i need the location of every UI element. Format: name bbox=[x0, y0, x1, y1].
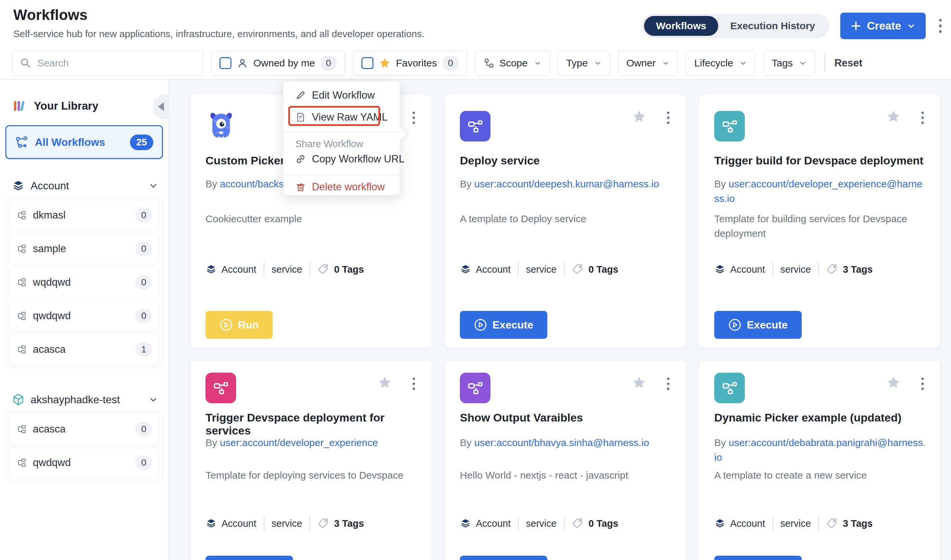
page-header: Workflows Self-service hub for new appli… bbox=[13, 7, 424, 40]
menu-item-copy-workflow-url[interactable]: Copy Workflow URL bbox=[295, 153, 390, 165]
divider bbox=[264, 262, 264, 277]
divider bbox=[310, 262, 310, 277]
tag-icon bbox=[826, 517, 838, 529]
owned-by-me-filter[interactable]: Owned by me 0 bbox=[211, 51, 345, 76]
page-kebab-menu-icon[interactable] bbox=[937, 16, 944, 35]
person-icon bbox=[237, 57, 248, 69]
sidebar-item-qwdqwd-2[interactable]: qwdqwd 0 bbox=[9, 448, 160, 478]
lifecycle-dropdown[interactable]: Lifecycle bbox=[686, 51, 755, 76]
favorite-star-icon[interactable] bbox=[886, 375, 901, 390]
sidebar-item-acasca[interactable]: acasca 1 bbox=[9, 334, 160, 365]
owner-dropdown[interactable]: Owner bbox=[618, 51, 678, 76]
workflows-page: Workflows Self-service hub for new appli… bbox=[0, 0, 951, 560]
scope-value: Account bbox=[476, 264, 511, 275]
card-kebab-menu-icon[interactable] bbox=[411, 109, 417, 126]
tag-icon bbox=[572, 263, 584, 275]
favorite-star-icon[interactable] bbox=[631, 375, 647, 390]
workflow-meta: Account service 0 Tags bbox=[205, 262, 416, 277]
tab-workflows[interactable]: Workflows bbox=[644, 16, 718, 36]
owner-link[interactable]: account/backs bbox=[220, 178, 284, 189]
tab-execution-history[interactable]: Execution History bbox=[718, 16, 827, 36]
item-count-badge: 0 bbox=[135, 275, 152, 290]
collapse-arrow-icon bbox=[158, 102, 164, 111]
owner-link[interactable]: user:account/bhavya.sinha@harness.io bbox=[474, 437, 649, 448]
create-button[interactable]: Create bbox=[840, 12, 926, 39]
card-action-button[interactable]: Run bbox=[205, 311, 273, 339]
owned-by-me-label: Owned by me bbox=[253, 57, 315, 69]
account-items-panel: dkmasl 0 sample 0 wqdqwd 0 qwdqwd 0 acas… bbox=[5, 197, 163, 368]
sidebar-item-label: acasca bbox=[33, 343, 65, 355]
library-icon bbox=[12, 98, 27, 114]
owner-link[interactable]: user:account/deepesh.kumar@harness.io bbox=[474, 178, 659, 189]
workflow-card[interactable]: Show Output Varaibles By user:account/bh… bbox=[444, 360, 686, 560]
menu-item-edit-workflow[interactable]: Edit Workflow bbox=[295, 89, 390, 101]
workflow-description: A template to create a new service bbox=[714, 468, 925, 483]
card-kebab-menu-icon[interactable] bbox=[411, 375, 417, 392]
workflow-title: Trigger Devspace deployment for services bbox=[205, 411, 416, 437]
workflow-nodes-icon bbox=[15, 135, 28, 149]
menu-item-view-raw-yaml[interactable]: View Raw YAML bbox=[295, 111, 390, 123]
card-action-button[interactable]: Execute bbox=[460, 311, 547, 339]
search-input[interactable] bbox=[37, 57, 196, 69]
workflow-description: A template to Deploy service bbox=[460, 212, 671, 226]
favorites-checkbox[interactable] bbox=[361, 57, 374, 69]
favorite-star-icon[interactable] bbox=[377, 375, 392, 390]
favorite-star-icon[interactable] bbox=[886, 109, 901, 124]
card-action-button[interactable]: Execute bbox=[714, 556, 802, 560]
workflow-meta: Account service 0 Tags bbox=[460, 516, 671, 531]
search-box[interactable] bbox=[12, 51, 203, 76]
scope-value: Account bbox=[221, 264, 256, 275]
scope-dropdown[interactable]: Scope bbox=[475, 51, 550, 76]
workflow-card[interactable]: Trigger Devspace deployment for services… bbox=[190, 360, 432, 560]
sidebar-item-label: sample bbox=[33, 243, 66, 255]
favorite-star-icon[interactable] bbox=[631, 109, 647, 124]
sidebar-collapse-button[interactable] bbox=[154, 94, 168, 119]
sidebar-group-akshayphadke-test[interactable]: akshayphadke-test bbox=[12, 393, 158, 406]
cube-icon bbox=[12, 393, 25, 406]
sidebar-item-all-workflows[interactable]: All Workflows 25 bbox=[5, 125, 163, 159]
workflow-card[interactable]: Trigger build for Devspace deployment By… bbox=[699, 94, 941, 348]
sidebar-item-sample[interactable]: sample 0 bbox=[9, 234, 160, 264]
workflow-card[interactable]: Deploy service By user:account/deepesh.k… bbox=[444, 94, 686, 348]
owner-link[interactable]: user:account/developer_experience bbox=[220, 437, 378, 448]
sidebar-item-wqdqwd[interactable]: wqdqwd 0 bbox=[9, 267, 160, 298]
item-count-badge: 0 bbox=[135, 242, 152, 256]
divider bbox=[564, 262, 565, 277]
type-label: Type bbox=[566, 57, 588, 69]
layers-icon bbox=[460, 518, 471, 529]
scope-value: Account bbox=[221, 518, 256, 529]
workflow-meta: Account service 3 Tags bbox=[714, 516, 925, 531]
pencil-icon bbox=[295, 90, 306, 101]
card-kebab-menu-icon[interactable] bbox=[919, 109, 926, 126]
favorites-filter[interactable]: Favorites 0 bbox=[353, 51, 467, 76]
type-dropdown[interactable]: Type bbox=[558, 51, 610, 76]
menu-item-delete-workflow[interactable]: Delete workflow bbox=[295, 181, 390, 193]
create-button-label: Create bbox=[867, 20, 901, 32]
workflow-tile-icon bbox=[714, 111, 745, 142]
group-name: Account bbox=[31, 180, 69, 192]
sidebar-item-acasca-2[interactable]: acasca 0 bbox=[9, 414, 160, 445]
sidebar-item-qwdqwd[interactable]: qwdqwd 0 bbox=[9, 301, 160, 331]
divider bbox=[818, 262, 819, 277]
tag-icon bbox=[572, 517, 584, 529]
card-kebab-menu-icon[interactable] bbox=[665, 109, 672, 126]
sidebar-group-account[interactable]: Account bbox=[12, 179, 158, 192]
sidebar-item-dkmasl[interactable]: dkmasl 0 bbox=[9, 200, 160, 231]
owner-link[interactable]: user:account/developer_experience@harnes… bbox=[714, 178, 922, 204]
all-workflows-count-badge: 25 bbox=[130, 134, 153, 150]
workflow-tile-icon bbox=[460, 111, 491, 142]
tags-count: 0 Tags bbox=[588, 264, 619, 275]
card-kebab-menu-icon[interactable] bbox=[919, 375, 926, 392]
owner-link[interactable]: user:account/debabrata.panigrahi@harness… bbox=[714, 437, 926, 463]
card-action-button[interactable]: Execute bbox=[205, 556, 293, 560]
card-kebab-menu-icon[interactable] bbox=[665, 375, 672, 392]
card-action-button[interactable]: Execute bbox=[714, 311, 802, 339]
divider bbox=[824, 54, 825, 72]
item-count-badge: 0 bbox=[135, 422, 152, 437]
divider bbox=[772, 516, 773, 531]
owned-by-me-checkbox[interactable] bbox=[219, 57, 232, 69]
reset-filters-link[interactable]: Reset bbox=[834, 57, 862, 69]
tags-dropdown[interactable]: Tags bbox=[763, 51, 815, 76]
workflow-card[interactable]: Dynamic Picker example (updated) By user… bbox=[699, 360, 941, 560]
card-action-button[interactable]: Execute bbox=[460, 556, 547, 560]
